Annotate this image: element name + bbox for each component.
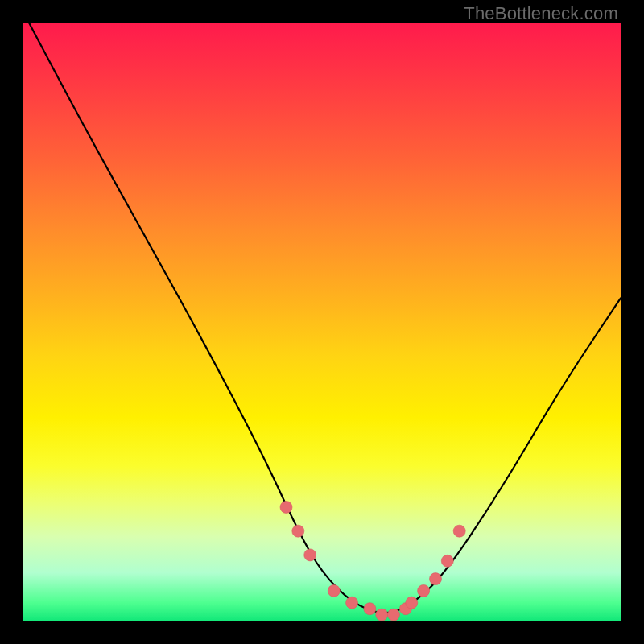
- data-marker: [441, 555, 453, 567]
- chart-frame: TheBottleneck.com: [0, 0, 644, 644]
- watermark-text: TheBottleneck.com: [464, 3, 618, 24]
- data-marker: [346, 597, 358, 609]
- data-marker: [418, 584, 430, 597]
- data-marker: [328, 584, 340, 597]
- data-marker: [280, 502, 292, 514]
- data-marker: [388, 609, 400, 621]
- data-marker: [304, 549, 316, 561]
- curve-svg: [23, 23, 621, 621]
- data-marker: [292, 525, 304, 537]
- data-marker: [376, 609, 388, 621]
- bottleneck-curve: [29, 23, 621, 613]
- data-marker: [364, 603, 376, 615]
- data-marker: [406, 597, 418, 609]
- data-marker: [453, 525, 465, 537]
- plot-area: [23, 23, 621, 621]
- marker-group: [280, 502, 465, 621]
- data-marker: [430, 573, 442, 585]
